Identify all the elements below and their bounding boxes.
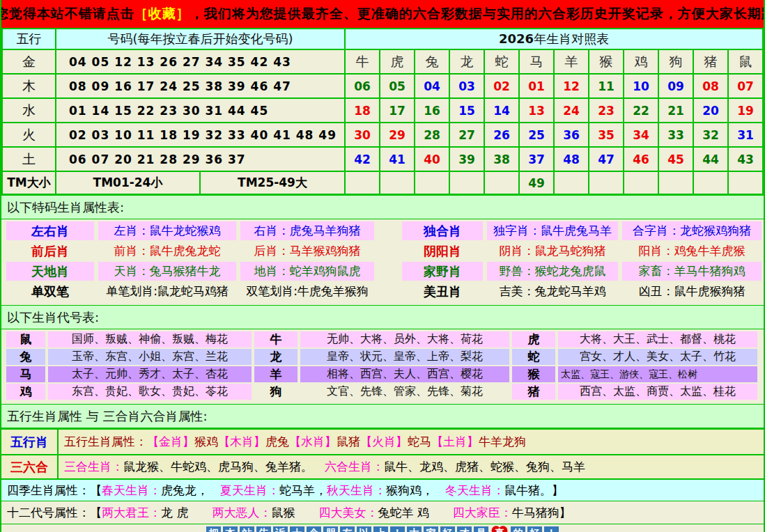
footer-slogan-char: 上 bbox=[373, 526, 388, 532]
zodiac-number-cell: 33 bbox=[658, 123, 693, 147]
number-column-header: 号码(每年按立春后开始变化号码) bbox=[56, 29, 345, 49]
tm-big-range: TM25-49大 bbox=[200, 171, 345, 194]
footer-slogan-char: 家 bbox=[424, 526, 438, 532]
attributes-table: 左右肖左肖：鼠牛龙蛇猴鸡右肖：虎兔马羊狗猪独合肖独字肖：鼠牛虎兔马羊合字肖：龙蛇… bbox=[1, 219, 764, 305]
zodiac-number-cell: 45 bbox=[658, 147, 693, 171]
attribute-cell: 后肖：马羊猴鸡狗猪 bbox=[240, 242, 374, 260]
wuxing-row: 三六合三合生肖： 鼠龙猴、牛蛇鸡、虎马狗、兔羊猪。 六合生肖： 鼠牛、龙鸡、虎猪… bbox=[1, 454, 764, 480]
alias-table: 鼠国师、叛贼、神偷、叛贼、梅花牛无帅、大将、员外、大将、荷花虎大将、大王、武士、… bbox=[1, 329, 764, 404]
alias-zodiac-label: 猪 bbox=[512, 384, 555, 400]
alias-names-cell: 西宫、太监、商贾、太监、桂花 bbox=[558, 384, 757, 400]
element-row: 土06 07 20 21 28 29 36 374241403938374847… bbox=[2, 147, 763, 171]
zodiac-number-cell: 01 bbox=[519, 74, 554, 98]
zodiac-number-cell: 16 bbox=[415, 98, 449, 123]
attribute-cell: 独字肖：鼠牛虎兔马羊 bbox=[487, 221, 618, 240]
zodiac-number-cell: 38 bbox=[484, 147, 519, 171]
season-text-segment: 四季生肖属性：【 bbox=[7, 483, 102, 499]
wuxing-text-segment: 猴鸡 bbox=[194, 434, 218, 450]
codes-text-segment: 十二代号属性：【 bbox=[7, 505, 102, 521]
twelve-codes-row: 十二代号属性：【两大君王：龙 虎 两大恶人：鼠猴 四大美女：兔蛇羊 鸡 四大家臣… bbox=[1, 501, 764, 524]
zodiac-name-cell: 羊 bbox=[554, 49, 589, 74]
wuxing-text-segment: 虎兔 bbox=[265, 434, 289, 450]
wuxing-row: 五行肖五行生肖属性：【金肖】猴鸡 【木肖】虎兔 【水肖】鼠猪 【火肖】蛇马 【土… bbox=[1, 428, 764, 454]
alias-names-cell: 宫女、才人、美女、太子、竹花 bbox=[558, 349, 757, 365]
attribute-label: 前后肖 bbox=[6, 242, 94, 260]
tm-zodiac-cell bbox=[380, 171, 415, 194]
codes-text-segment: 四大家臣： bbox=[453, 505, 512, 521]
zodiac-number-cell: 14 bbox=[484, 98, 519, 123]
element-label: 金 bbox=[2, 49, 56, 74]
footer-slogan-char: 十 bbox=[290, 526, 304, 532]
alias-names-cell: 东宫、贵妃、歌女、贵妃、苓花 bbox=[48, 384, 252, 400]
alias-names-cell: 皇帝、状元、皇帝、上帝、梨花 bbox=[300, 349, 509, 365]
element-numbers: 08 09 16 17 24 25 38 39 46 47 bbox=[56, 74, 345, 98]
zodiac-number-cell: 23 bbox=[589, 98, 624, 123]
wuxing-text-segment: 【金肖】 bbox=[147, 434, 194, 450]
zodiac-name-cell: 鼠 bbox=[728, 49, 763, 74]
season-text-segment: 鼠牛猪。】 bbox=[504, 483, 564, 499]
alias-zodiac-label: 蛇 bbox=[512, 349, 555, 365]
attribute-cell: 吉美：兔龙蛇马羊鸡 bbox=[487, 282, 618, 301]
zodiac-number-cell: 42 bbox=[345, 147, 380, 171]
attribute-cell: 合字肖：龙蛇猴鸡狗猪 bbox=[622, 221, 762, 240]
zodiac-number-cell: 44 bbox=[693, 147, 728, 171]
tm-zodiac-cell bbox=[449, 171, 484, 194]
zodiac-number-cell: 48 bbox=[554, 147, 589, 171]
attribute-label: 阴阳肖 bbox=[402, 242, 483, 260]
year-number: 2026 bbox=[499, 31, 534, 46]
alias-names-cell: 文官、先锋、管家、先锋、菊花 bbox=[300, 384, 509, 400]
element-row: 金04 05 12 13 26 27 34 35 42 43牛虎兔龙蛇马羊猴鸡狗… bbox=[2, 49, 763, 74]
codes-text-segment: 牛马猪狗】 bbox=[512, 505, 571, 521]
tm-zodiac-cell bbox=[345, 171, 380, 194]
attribute-row-spacer bbox=[378, 242, 398, 260]
alias-names-cell: 无帅、大将、员外、大将、荷花 bbox=[300, 331, 509, 347]
wuxing-label: 五行肖 bbox=[1, 430, 59, 454]
banner-text-segment: ［收藏］ bbox=[134, 5, 190, 23]
year-title-rest: 年生肖对照表 bbox=[534, 31, 609, 46]
season-text-segment: 春天生肖： bbox=[102, 483, 161, 499]
attribute-cell: 天肖：兔马猴猪牛龙 bbox=[98, 262, 236, 281]
season-text-segment: 秋天生肖： bbox=[327, 483, 386, 499]
attribute-cell: 前肖：鼠牛虎兔龙蛇 bbox=[98, 242, 236, 260]
alias-names-cell: 国师、叛贼、神偷、叛贼、梅花 bbox=[48, 331, 252, 347]
attribute-cell: 右肖：虎兔马羊狗猪 bbox=[240, 221, 374, 240]
zodiac-number-cell: 10 bbox=[624, 74, 658, 98]
alias-row: 马太子、元帅、秀才、太子、杏花羊相将、西宫、夫人、西宫、樱花猴太监、寇王、游侠、… bbox=[6, 366, 759, 382]
footer-heart-text: 真 bbox=[495, 527, 504, 532]
attribute-label: 单双笔 bbox=[6, 282, 94, 301]
attribute-cell: 阴肖：鼠龙马蛇狗猪 bbox=[487, 242, 618, 260]
zodiac-name-cell: 猴 bbox=[589, 49, 624, 74]
year-zodiac-header: 2026年生肖对照表 bbox=[345, 29, 763, 49]
element-numbers: 04 05 12 13 26 27 34 35 42 43 bbox=[56, 49, 345, 74]
season-text-segment: 虎兔龙， bbox=[161, 483, 220, 499]
zodiac-number-cell: 18 bbox=[345, 98, 380, 123]
zodiac-number-cell: 09 bbox=[658, 74, 693, 98]
wuxing-content: 五行生肖属性：【金肖】猴鸡 【木肖】虎兔 【水肖】鼠猪 【火肖】蛇马 【土肖】牛… bbox=[59, 430, 764, 454]
footer-slogan-char: 站 bbox=[240, 526, 254, 532]
element-row: 火02 03 10 11 18 19 32 33 40 41 48 493029… bbox=[2, 123, 763, 147]
footer-slogan-char: 大 bbox=[407, 526, 422, 532]
wuxing-text-segment: 六合生肖： bbox=[325, 459, 384, 475]
zodiac-number-cell: 05 bbox=[380, 74, 415, 98]
wuxing-text-segment: 蛇马 bbox=[408, 434, 431, 450]
zodiac-name-cell: 龙 bbox=[449, 49, 484, 74]
alias-zodiac-label: 龙 bbox=[254, 349, 298, 365]
attribute-cell: 双笔划肖:牛虎兔羊猴狗 bbox=[240, 282, 374, 301]
attribute-label: 家野肖 bbox=[402, 262, 483, 281]
footer-slogan-char: 本 bbox=[223, 526, 238, 532]
alias-zodiac-label: 羊 bbox=[254, 366, 298, 382]
zodiac-number-cell: 40 bbox=[415, 147, 449, 171]
banner-text-segment: ，我们将为您提供最齐全、更准确的六合彩数据与实用的六合彩历史开奖记录，方便大家长… bbox=[190, 5, 765, 23]
footer-slogan-char: 个 bbox=[307, 526, 321, 532]
wuxing-text-segment: 牛羊龙狗 bbox=[479, 434, 526, 450]
footer-slogan-char: 才 bbox=[457, 526, 472, 532]
zodiac-number-cell: 41 bbox=[380, 147, 415, 171]
wuxing-rows: 五行肖五行生肖属性：【金肖】猴鸡 【木肖】虎兔 【水肖】鼠猪 【火肖】蛇马 【土… bbox=[1, 428, 764, 480]
tm-zodiac-cell bbox=[415, 171, 449, 194]
zodiac-number-cell: 25 bbox=[519, 123, 554, 147]
zodiac-number-cell: 36 bbox=[554, 123, 589, 147]
footer-slogan-char: 好 bbox=[440, 526, 455, 532]
zodiac-number-table: 五行号码(每年按立春后开始变化号码)2026年生肖对照表金04 05 12 13… bbox=[1, 28, 764, 195]
wuxing-text-segment: 五行生肖属性： bbox=[64, 434, 147, 450]
attribute-cell: 野兽：猴蛇龙兔虎鼠 bbox=[487, 262, 618, 281]
